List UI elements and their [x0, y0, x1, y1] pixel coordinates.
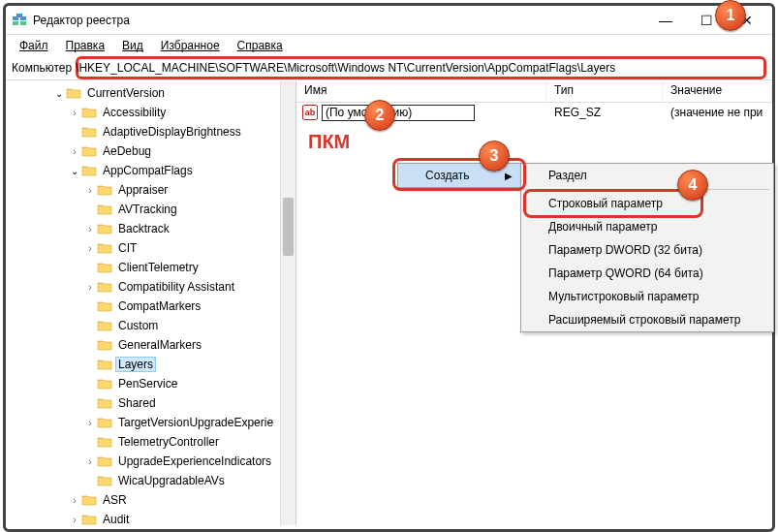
folder-icon: [97, 338, 112, 352]
tree-node-label: AppCompatFlags: [101, 164, 195, 177]
submenu-item[interactable]: Мультистроковый параметр: [521, 285, 773, 308]
chevron-right-icon[interactable]: ›: [68, 495, 81, 506]
tree-node-label: Shared: [116, 396, 158, 410]
tree-node-label: ClientTelemetry: [116, 261, 201, 274]
chevron-down-icon[interactable]: ⌄: [68, 166, 81, 176]
tree-node[interactable]: ›TargetVersionUpgradeExperie: [6, 413, 296, 432]
menu-divider: [525, 189, 769, 190]
tree-node[interactable]: ›Backtrack: [6, 219, 296, 238]
submenu-item[interactable]: Расширяемый строковый параметр: [521, 308, 773, 331]
svg-rect-3: [20, 21, 26, 25]
submenu-item[interactable]: Раздел: [521, 164, 773, 187]
callout-badge-4: 4: [677, 170, 708, 201]
chevron-right-icon[interactable]: ›: [83, 224, 97, 235]
menu-help[interactable]: Справка: [230, 37, 291, 54]
window-controls: — ☐ ✕: [654, 9, 766, 32]
chevron-right-icon[interactable]: ›: [83, 282, 97, 293]
value-name-edit[interactable]: [322, 105, 475, 121]
folder-icon: [97, 416, 112, 429]
list-header: Имя Тип Значение: [296, 81, 772, 103]
folder-icon: [97, 203, 112, 216]
tree-node-label: GeneralMarkers: [116, 338, 203, 352]
submenu-item[interactable]: Параметр QWORD (64 бита): [521, 262, 773, 285]
folder-icon: [97, 319, 112, 332]
folder-icon: [81, 144, 97, 158]
folder-icon: [97, 183, 112, 197]
tree-node[interactable]: ›ASR: [6, 490, 296, 510]
submenu-item[interactable]: Строковый параметр: [521, 192, 773, 215]
address-label: Компьютер: [12, 61, 72, 75]
tree-node[interactable]: ›UpgradeExperienceIndicators: [6, 452, 296, 471]
regedit-icon: [12, 13, 27, 28]
tree-node[interactable]: ›Compatibility Assistant: [6, 277, 296, 297]
cell-value: (значение не при: [663, 106, 772, 119]
tree-node-label: CurrentVersion: [85, 86, 167, 100]
tree-node[interactable]: ›Appraiser: [6, 180, 296, 200]
col-name[interactable]: Имя: [296, 81, 546, 102]
folder-icon: [81, 164, 97, 177]
chevron-right-icon[interactable]: ›: [68, 108, 81, 118]
folder-icon: [97, 241, 112, 255]
folder-icon: [66, 86, 81, 100]
tree-scrollbar[interactable]: [280, 81, 296, 525]
tree-node[interactable]: TelemetryController: [6, 432, 296, 452]
tree-node[interactable]: ›CIT: [6, 238, 296, 258]
chevron-right-icon[interactable]: ›: [83, 243, 97, 254]
chevron-right-icon[interactable]: ›: [83, 185, 97, 196]
tree-node[interactable]: ›AeDebug: [6, 141, 296, 161]
submenu-item[interactable]: Двоичный параметр: [521, 215, 773, 238]
svg-rect-4: [16, 14, 22, 17]
tree-node[interactable]: ›Audit: [6, 510, 296, 525]
folder-icon: [81, 125, 97, 139]
folder-icon: [97, 358, 112, 371]
tree-node-label: TargetVersionUpgradeExperie: [116, 416, 275, 429]
tree-node[interactable]: CompatMarkers: [6, 297, 296, 316]
tree-node[interactable]: ⌄CurrentVersion: [6, 83, 296, 103]
tree-node-label: Layers: [116, 358, 155, 371]
col-value[interactable]: Значение: [663, 81, 772, 102]
tree-node-label: CIT: [116, 241, 139, 255]
tree-node[interactable]: PenService: [6, 374, 296, 393]
tree-node-label: Backtrack: [116, 222, 171, 235]
folder-icon: [81, 513, 97, 525]
address-input[interactable]: [72, 58, 768, 78]
tree-pane[interactable]: ⌄CurrentVersion›AccessibilityAdaptiveDis…: [6, 81, 296, 525]
chevron-right-icon[interactable]: ›: [68, 515, 81, 525]
tree-node-label: PenService: [116, 377, 179, 391]
titlebar[interactable]: Редактор реестра — ☐ ✕: [6, 6, 772, 35]
submenu-item[interactable]: Параметр DWORD (32 бита): [521, 238, 773, 262]
tree-node-label: Custom: [116, 319, 160, 332]
menu-edit[interactable]: Правка: [58, 37, 113, 54]
minimize-button[interactable]: —: [654, 9, 677, 32]
tree-node[interactable]: ⌄AppCompatFlags: [6, 161, 296, 180]
tree-node[interactable]: ClientTelemetry: [6, 258, 296, 277]
chevron-right-icon[interactable]: ›: [83, 456, 97, 467]
tree-node[interactable]: GeneralMarkers: [6, 335, 296, 355]
tree-node-label: Appraiser: [116, 183, 170, 197]
tree-node[interactable]: WicaUpgradableAVs: [6, 471, 296, 490]
chevron-down-icon[interactable]: ⌄: [52, 88, 66, 99]
menu-file[interactable]: Файл: [12, 37, 56, 54]
tree-node[interactable]: Layers: [6, 355, 296, 374]
tree-node-label: AdaptiveDisplayBrightness: [101, 125, 243, 139]
folder-icon: [97, 299, 112, 313]
tree-node-label: WicaUpgradableAVs: [116, 474, 227, 487]
chevron-right-icon[interactable]: ›: [83, 418, 97, 428]
tree-node[interactable]: ›Accessibility: [6, 103, 296, 122]
tree-node-label: TelemetryController: [116, 435, 221, 449]
annotation-rightclick: ПКМ: [308, 131, 350, 153]
col-type[interactable]: Тип: [546, 81, 663, 102]
folder-icon: [97, 377, 112, 391]
chevron-right-icon[interactable]: ›: [68, 146, 81, 157]
tree-node[interactable]: Shared: [6, 393, 296, 413]
folder-icon: [81, 493, 97, 507]
tree-node[interactable]: AdaptiveDisplayBrightness: [6, 122, 296, 141]
tree-node-label: Accessibility: [101, 106, 168, 119]
folder-icon: [97, 474, 112, 487]
menu-favorites[interactable]: Избранное: [153, 37, 228, 54]
context-menu-submenu: РазделСтроковый параметрДвоичный парамет…: [520, 163, 774, 332]
menu-view[interactable]: Вид: [114, 37, 151, 54]
tree-node[interactable]: AVTracking: [6, 200, 296, 219]
tree-node-label: AeDebug: [101, 144, 153, 158]
tree-node[interactable]: Custom: [6, 316, 296, 335]
